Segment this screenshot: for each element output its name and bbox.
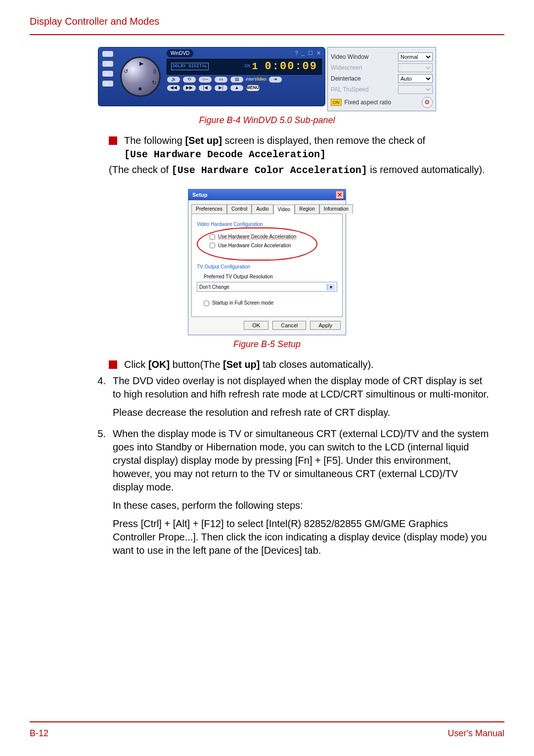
list-number: 5. xyxy=(94,427,106,562)
highlight-ellipse: Use Hardware Decode Acceleration Use Har… xyxy=(197,227,317,261)
windvd-player: ↔ ▣ ◧ ◐ ▶ || ■ ↺ ↻ WinDVD ? _ ☐ ✕ xyxy=(98,47,325,106)
fastfwd-btn[interactable]: ▶▶ xyxy=(182,85,196,91)
tv-output-value: Don't Change xyxy=(199,284,229,291)
prev-btn[interactable]: |◀ xyxy=(198,85,212,91)
gear-icon[interactable]: ⚙ xyxy=(422,97,433,108)
tab-information[interactable]: Information xyxy=(319,204,353,214)
figure-caption-b4: Figure B-4 WinDVD 5.0 Sub-panel xyxy=(30,114,504,126)
intervideo-logo: interVideo xyxy=(246,76,267,82)
dolby-icon: DOLBY DIGITAL xyxy=(171,63,209,70)
page-header: Display Controller and Modes xyxy=(30,15,504,35)
fullscreen-checkbox[interactable]: Startup in Full Screen mode xyxy=(204,300,337,307)
setup-title: Setup xyxy=(192,191,208,199)
setup-dialog: Setup ✕ Preferences Control Audio Video … xyxy=(188,189,346,335)
tab-video[interactable]: Video xyxy=(273,205,295,214)
dial-fwd-icon: ↻ xyxy=(152,79,156,87)
player-left-buttons: ↔ ▣ ◧ ◐ xyxy=(98,47,117,106)
widescreen-select xyxy=(398,63,433,72)
rewind-btn[interactable]: ◀◀ xyxy=(167,85,180,91)
aspect-label: Fixed aspect ratio xyxy=(345,98,392,106)
page-number: B-12 xyxy=(30,727,48,739)
playback-time: 0:00:09 xyxy=(265,59,317,74)
on-badge: ON xyxy=(331,99,342,106)
side-btn[interactable]: ↔ xyxy=(102,50,114,57)
chevron-down-icon: ▾ xyxy=(327,284,335,291)
widescreen-row: Widescreen xyxy=(331,63,433,72)
channel-number: 1 xyxy=(252,60,258,73)
expand-btn[interactable]: ➔ xyxy=(268,76,282,83)
list-number: 4. xyxy=(94,374,106,424)
bullet-icon xyxy=(109,360,117,369)
setting-label: Widescreen xyxy=(331,64,362,72)
video-window-select[interactable]: Normal xyxy=(398,52,433,61)
list-item-4: The DVD video overlay is not displayed w… xyxy=(113,374,490,424)
dial-play-icon: ▶ xyxy=(139,60,143,67)
side-btn[interactable]: ◐ xyxy=(102,80,114,87)
figure-caption-b5: Figure B-5 Setup xyxy=(30,338,504,350)
para-click-ok: Click [OK] button(The [Set up] tab close… xyxy=(124,358,374,371)
transport-btn[interactable]: ▭ xyxy=(214,76,228,83)
subpanel-settings: Video Window Normal Widescreen Deinterla… xyxy=(327,47,436,111)
next-btn[interactable]: ▶| xyxy=(214,85,228,91)
tv-pref-label: Preferred TV Output Resolution xyxy=(204,273,337,280)
color-accel-checkbox[interactable]: Use Hardware Color Acceleration xyxy=(210,242,307,249)
tv-output-select[interactable]: Don't Change ▾ xyxy=(197,282,337,292)
window-controls[interactable]: ? _ ☐ ✕ xyxy=(295,49,322,57)
dial-stop-icon: ■ xyxy=(138,85,142,92)
side-btn[interactable]: ▣ xyxy=(102,60,114,67)
vhc-group-label: Video Hardware Configuration xyxy=(197,221,337,228)
list-item-5: When the display mode is TV or simultane… xyxy=(113,427,490,562)
close-icon[interactable]: ✕ xyxy=(336,191,344,199)
channel-label: CH xyxy=(245,63,250,69)
deinterlace-select[interactable]: Auto xyxy=(398,74,433,83)
pal-row: PAL TruSpeed xyxy=(331,85,433,94)
windvd-brand: WinDVD xyxy=(167,49,193,57)
jog-dial[interactable]: ▶ || ■ ↺ ↻ xyxy=(120,56,161,97)
transport-btn[interactable]: ▤ xyxy=(230,76,244,83)
windvd-subpanel: ↔ ▣ ◧ ◐ ▶ || ■ ↺ ↻ WinDVD ? _ ☐ ✕ xyxy=(98,47,436,111)
bullet-icon xyxy=(109,136,117,145)
tab-control[interactable]: Control xyxy=(227,204,252,214)
tab-preferences[interactable]: Preferences xyxy=(191,204,227,214)
transport-btn[interactable]: ⟲ xyxy=(182,76,196,83)
video-window-row: Video Window Normal xyxy=(331,52,433,61)
apply-button[interactable]: Apply xyxy=(310,321,341,330)
player-lcd: DOLBY DIGITAL CH 1 0:00:09 xyxy=(167,59,322,75)
page-footer: B-12 User's Manual xyxy=(30,721,504,739)
setting-label: Video Window xyxy=(331,53,369,61)
para-setup-instruction: The following [Set up] screen is display… xyxy=(124,134,425,161)
eject-btn[interactable]: ▲ xyxy=(230,85,244,91)
pal-select xyxy=(398,85,433,94)
menu-btn[interactable]: MENU xyxy=(246,85,260,91)
side-btn[interactable]: ◧ xyxy=(102,70,114,77)
setting-label: Deinterlace xyxy=(331,75,361,83)
setup-tabs: Preferences Control Audio Video Region I… xyxy=(188,200,346,214)
dial-rev-icon: ↺ xyxy=(124,68,128,75)
transport-btn[interactable]: ○─ xyxy=(198,76,212,83)
para-color-accel-note: (The check of [Use Hardware Color Accele… xyxy=(109,163,490,177)
dial-pause-icon: || xyxy=(153,68,156,75)
manual-label: User's Manual xyxy=(448,727,504,739)
vol-icon[interactable]: 🔊 xyxy=(167,76,180,83)
decode-accel-checkbox[interactable]: Use Hardware Decode Acceleration xyxy=(210,233,307,240)
deinterlace-row: Deinterlace Auto xyxy=(331,74,433,83)
setting-label: PAL TruSpeed xyxy=(331,86,369,93)
tv-group-label: TV Output Configuration xyxy=(197,264,337,270)
cancel-button[interactable]: Cancel xyxy=(272,321,306,330)
tab-region[interactable]: Region xyxy=(295,204,319,214)
ok-button[interactable]: OK xyxy=(244,321,268,330)
tab-audio[interactable]: Audio xyxy=(252,204,273,214)
